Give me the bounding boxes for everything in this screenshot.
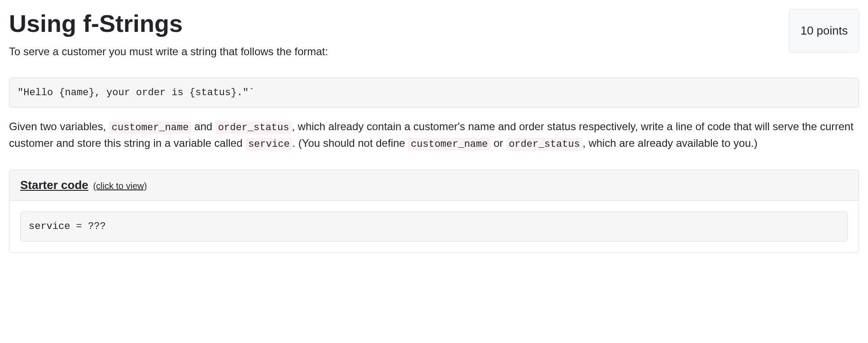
desc-part: or [491,137,506,149]
intro-text: To serve a customer you must write a str… [9,44,328,60]
starter-code-toggle[interactable]: Starter code (click to view) [9,170,859,201]
starter-code-block: service = ??? [20,211,848,242]
desc-part: , which are already available to you.) [583,137,758,149]
inline-code-order-status: order_status [215,121,292,134]
inline-code-service: service [245,138,292,151]
desc-part: . (You should not define [292,137,408,149]
starter-code-body: service = ??? [9,201,859,252]
starter-code-title: Starter code [20,178,88,192]
description-text: Given two variables, customer_name and o… [9,119,859,152]
points-badge: 10 points [789,9,859,53]
desc-part: and [191,120,215,132]
format-code-block: "Hello {name}, your order is {status}."` [9,78,859,108]
inline-code-customer-name: customer_name [109,121,192,134]
starter-code-hint: (click to view) [93,181,147,191]
page-title: Using f-Strings [9,9,328,38]
inline-code-order-status-2: order_status [506,138,583,151]
desc-part: Given two variables, [9,120,109,132]
inline-code-customer-name-2: customer_name [408,138,491,151]
starter-code-panel: Starter code (click to view) service = ?… [9,170,859,253]
